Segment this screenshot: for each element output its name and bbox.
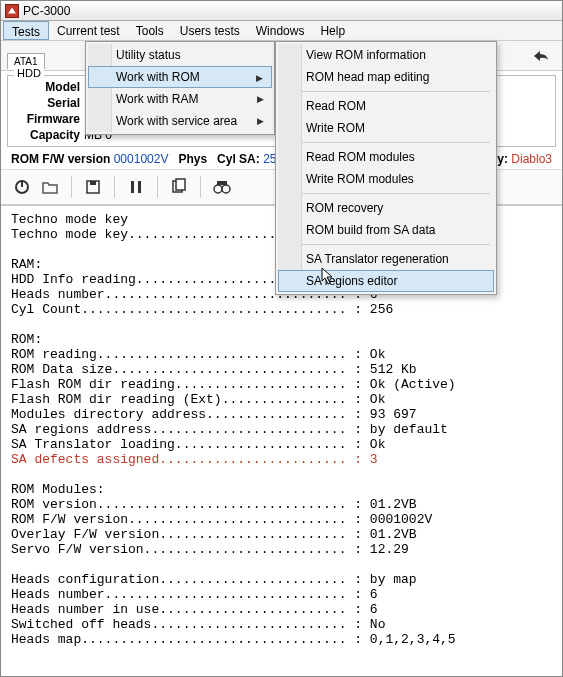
log-line [11,317,552,332]
menu-users-tests[interactable]: Users tests [172,21,248,40]
log-line: Overlay F/W version.....................… [11,527,552,542]
svg-rect-5 [138,181,141,193]
mi-write-rom[interactable]: Write ROM [278,117,494,139]
mi-rom-head-map[interactable]: ROM head map editing [278,66,494,88]
svg-rect-10 [217,181,227,185]
hdd-model-label: Model [16,79,80,95]
log-line: ROM version.............................… [11,497,552,512]
hdd-capacity-label: Capacity [16,127,80,143]
hdd-firmware-label: Firmware [16,111,80,127]
menu-tests[interactable]: Tests [3,21,49,40]
log-line: ROM F/W version.........................… [11,512,552,527]
mi-sa-regions-editor[interactable]: SA regions editor [278,270,494,292]
hdd-legend: HDD [14,67,44,79]
nav-back-button[interactable] [526,49,556,63]
log-line: SA Translator loading...................… [11,437,552,452]
log-line: Flash ROM dir reading (Ext).............… [11,392,552,407]
mi-read-rom[interactable]: Read ROM [278,95,494,117]
separator [71,176,72,198]
svg-point-9 [222,185,230,193]
menubar: Tests Current test Tools Users tests Win… [1,21,562,41]
menu-tools[interactable]: Tools [128,21,172,40]
separator [114,176,115,198]
mi-write-rom-modules[interactable]: Write ROM modules [278,168,494,190]
mi-work-with-ram[interactable]: Work with RAM [88,88,272,110]
mi-rom-recovery[interactable]: ROM recovery [278,197,494,219]
phys-label: Phys [178,152,207,166]
menu-help[interactable]: Help [312,21,353,40]
family-value: Diablo3 [511,152,552,166]
separator [200,176,201,198]
copy-button[interactable] [166,174,192,200]
log-line: Servo F/W version.......................… [11,542,552,557]
save-icon [84,178,102,196]
separator [282,91,490,92]
log-line: Flash ROM dir reading...................… [11,377,552,392]
cyl-sa-label: Cyl SA: [217,152,260,166]
separator [282,244,490,245]
power-button[interactable] [9,174,35,200]
find-button[interactable] [209,174,235,200]
mi-rom-build-sa[interactable]: ROM build from SA data [278,219,494,241]
arrow-left-curve-icon [532,49,550,63]
log-line: SA defects assigned.....................… [11,452,552,467]
log-line: ROM Data size...........................… [11,362,552,377]
svg-rect-4 [131,181,134,193]
mi-utility-status[interactable]: Utility status [88,44,272,66]
separator [282,193,490,194]
menu-current-test[interactable]: Current test [49,21,128,40]
separator [282,142,490,143]
menu-windows[interactable]: Windows [248,21,313,40]
log-line: Heads configuration.....................… [11,572,552,587]
dropdown-tests: Utility status Work with ROM Work with R… [85,41,275,135]
log-line: Heads number in use.....................… [11,602,552,617]
rom-fw-value: 0001002V [114,152,169,166]
rom-fw-label: ROM F/W version [11,152,110,166]
mi-work-with-rom[interactable]: Work with ROM [88,66,272,88]
log-line: Heads number............................… [11,587,552,602]
mi-view-rom-info[interactable]: View ROM information [278,44,494,66]
separator [157,176,158,198]
mi-work-with-sa[interactable]: Work with service area [88,110,272,132]
copy-icon [170,178,188,196]
folder-open-icon [41,178,59,196]
binoculars-icon [213,178,231,196]
power-icon [13,178,31,196]
log-line [11,557,552,572]
log-line: ROM: [11,332,552,347]
log-line: Heads map...............................… [11,632,552,647]
log-line: Modules directory address...............… [11,407,552,422]
svg-rect-3 [90,181,96,185]
svg-point-8 [214,185,222,193]
app-icon [5,4,19,18]
mi-sa-translator[interactable]: SA Translator regeneration [278,248,494,270]
log-line: ROM reading.............................… [11,347,552,362]
open-button[interactable] [37,174,63,200]
log-line: Switched off heads......................… [11,617,552,632]
log-line: Cyl Count...............................… [11,302,552,317]
save-button[interactable] [80,174,106,200]
log-line [11,467,552,482]
log-line: ROM Modules: [11,482,552,497]
log-line: SA regions address......................… [11,422,552,437]
pause-button[interactable] [123,174,149,200]
svg-rect-7 [176,179,185,190]
pause-icon [129,180,143,194]
app-title: PC-3000 [23,4,70,18]
dropdown-rom: View ROM information ROM head map editin… [275,41,497,295]
hdd-serial-label: Serial [16,95,80,111]
mi-read-rom-modules[interactable]: Read ROM modules [278,146,494,168]
title-bar: PC-3000 [1,1,562,21]
